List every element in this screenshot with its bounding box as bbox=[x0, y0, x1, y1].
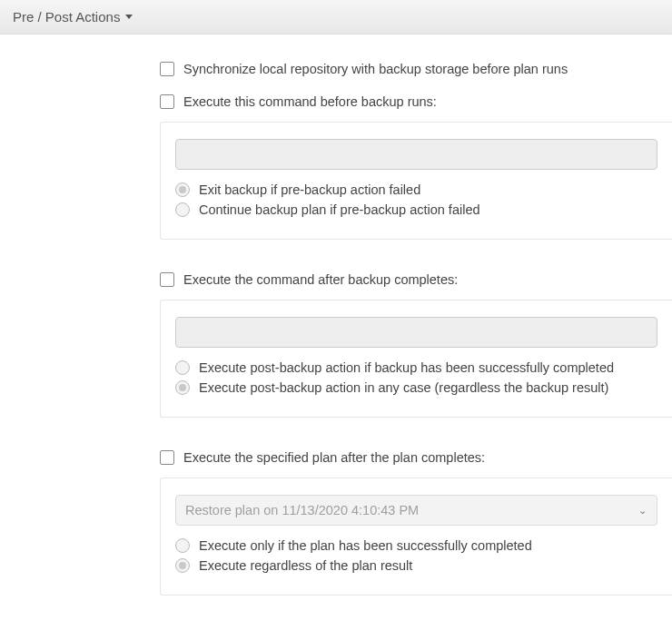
content-area: Synchronize local repository with backup… bbox=[0, 34, 672, 596]
pre-backup-row: Execute this command before backup runs: bbox=[160, 94, 672, 109]
chain-plan-panel: Restore plan on 11/13/2020 4:10:43 PM ⌄ … bbox=[160, 478, 672, 596]
post-backup-radio-success[interactable] bbox=[175, 360, 190, 375]
post-backup-radio-row-1: Execute post-backup action if backup has… bbox=[175, 360, 657, 375]
caret-down-icon bbox=[125, 15, 133, 19]
chain-plan-select[interactable]: Restore plan on 11/13/2020 4:10:43 PM bbox=[175, 495, 657, 526]
chain-plan-radio-success-label: Execute only if the plan has been succes… bbox=[199, 538, 532, 553]
sync-label: Synchronize local repository with backup… bbox=[183, 62, 568, 76]
chain-plan-radio-row-2: Execute regardless of the plan result bbox=[175, 558, 657, 573]
post-backup-label: Execute the command after backup complet… bbox=[183, 272, 458, 287]
pre-backup-radio-continue[interactable] bbox=[175, 202, 190, 217]
section-title: Pre / Post Actions bbox=[13, 9, 120, 25]
pre-backup-radio-row-2: Continue backup plan if pre-backup actio… bbox=[175, 202, 657, 217]
sync-row: Synchronize local repository with backup… bbox=[160, 62, 672, 76]
post-backup-panel: Execute post-backup action if backup has… bbox=[160, 300, 672, 418]
pre-backup-command-input[interactable] bbox=[175, 139, 657, 170]
pre-backup-radio-exit-label: Exit backup if pre-backup action failed bbox=[199, 182, 420, 197]
pre-backup-radio-continue-label: Continue backup plan if pre-backup actio… bbox=[199, 202, 480, 217]
chain-plan-select-wrap: Restore plan on 11/13/2020 4:10:43 PM ⌄ bbox=[175, 495, 657, 526]
post-backup-radio-any-label: Execute post-backup action in any case (… bbox=[199, 380, 608, 395]
pre-backup-panel: Exit backup if pre-backup action failed … bbox=[160, 122, 672, 240]
chain-plan-radio-row-1: Execute only if the plan has been succes… bbox=[175, 538, 657, 553]
chain-plan-label: Execute the specified plan after the pla… bbox=[183, 450, 485, 465]
post-backup-checkbox[interactable] bbox=[160, 272, 174, 287]
sync-checkbox[interactable] bbox=[160, 62, 174, 76]
pre-backup-radio-row-1: Exit backup if pre-backup action failed bbox=[175, 182, 657, 197]
pre-backup-checkbox[interactable] bbox=[160, 94, 174, 109]
post-backup-command-input[interactable] bbox=[175, 317, 657, 348]
post-backup-radio-success-label: Execute post-backup action if backup has… bbox=[199, 360, 614, 375]
post-backup-row: Execute the command after backup complet… bbox=[160, 272, 672, 287]
post-backup-radio-any[interactable] bbox=[175, 380, 190, 395]
pre-backup-radio-exit[interactable] bbox=[175, 182, 190, 197]
pre-backup-label: Execute this command before backup runs: bbox=[183, 94, 437, 109]
chain-plan-checkbox[interactable] bbox=[160, 450, 174, 465]
section-header[interactable]: Pre / Post Actions bbox=[0, 0, 672, 34]
chain-plan-radio-any-label: Execute regardless of the plan result bbox=[199, 558, 412, 573]
chain-plan-radio-any[interactable] bbox=[175, 558, 190, 573]
chain-plan-row: Execute the specified plan after the pla… bbox=[160, 450, 672, 465]
post-backup-radio-row-2: Execute post-backup action in any case (… bbox=[175, 380, 657, 395]
chain-plan-radio-success[interactable] bbox=[175, 538, 190, 553]
